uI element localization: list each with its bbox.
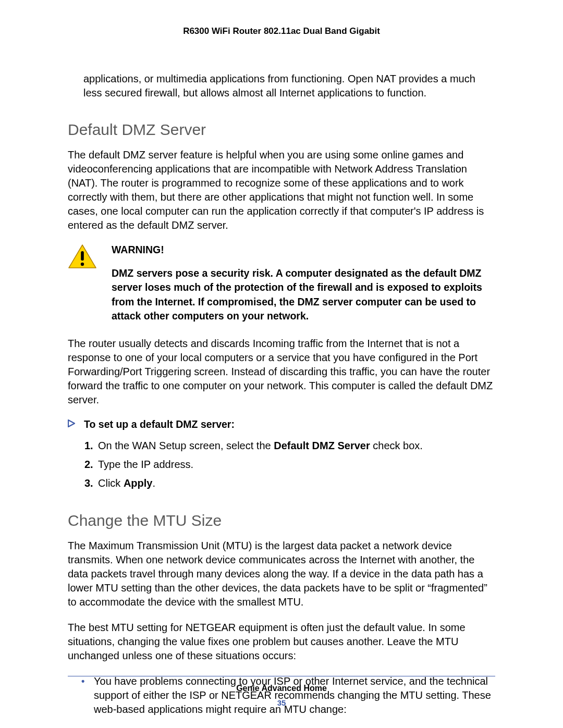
warning-block: WARNING! DMZ servers pose a security ris…	[68, 244, 495, 323]
warning-icon	[68, 244, 97, 270]
step-number: 2.	[84, 456, 98, 472]
task-title-text: To set up a default DMZ server:	[84, 418, 235, 430]
document-header: R6300 WiFi Router 802.11ac Dual Band Gig…	[68, 26, 495, 36]
warning-title: WARNING!	[112, 244, 495, 256]
mtu-advice-paragraph: The best MTU setting for NETGEAR equipme…	[68, 621, 495, 663]
step-text: Click Apply.	[98, 475, 155, 491]
heading-change-mtu-size: Change the MTU Size	[68, 512, 495, 529]
step-number: 3.	[84, 475, 98, 491]
svg-point-2	[81, 263, 84, 266]
footer-rule	[68, 676, 495, 676]
task-heading: To set up a default DMZ server:	[68, 418, 495, 430]
document-page: R6300 WiFi Router 802.11ac Dual Band Gig…	[0, 0, 563, 728]
dmz-behavior-paragraph: The router usually detects and discards …	[68, 337, 495, 407]
footer-section-name: Genie Advanced Home	[68, 684, 495, 693]
svg-rect-1	[81, 251, 84, 261]
dmz-intro-paragraph: The default DMZ server feature is helpfu…	[68, 148, 495, 232]
step-number: 1.	[84, 438, 98, 453]
step-2: 2. Type the IP address.	[84, 456, 495, 472]
mtu-intro-paragraph: The Maximum Transmission Unit (MTU) is t…	[68, 539, 495, 609]
task-arrow-icon	[68, 419, 76, 427]
continuation-paragraph: applications, or multimedia applications…	[83, 72, 495, 100]
warning-body: DMZ servers pose a security risk. A comp…	[112, 266, 495, 323]
step-3: 3. Click Apply.	[84, 475, 495, 491]
step-1: 1. On the WAN Setup screen, select the D…	[84, 438, 495, 453]
heading-default-dmz-server: Default DMZ Server	[68, 121, 495, 139]
page-footer: Genie Advanced Home 35	[68, 676, 495, 707]
footer-page-number: 35	[68, 698, 495, 707]
svg-marker-3	[68, 420, 75, 427]
step-text: On the WAN Setup screen, select the Defa…	[98, 438, 423, 453]
step-text: Type the IP address.	[98, 456, 193, 472]
step-list: 1. On the WAN Setup screen, select the D…	[84, 438, 495, 491]
